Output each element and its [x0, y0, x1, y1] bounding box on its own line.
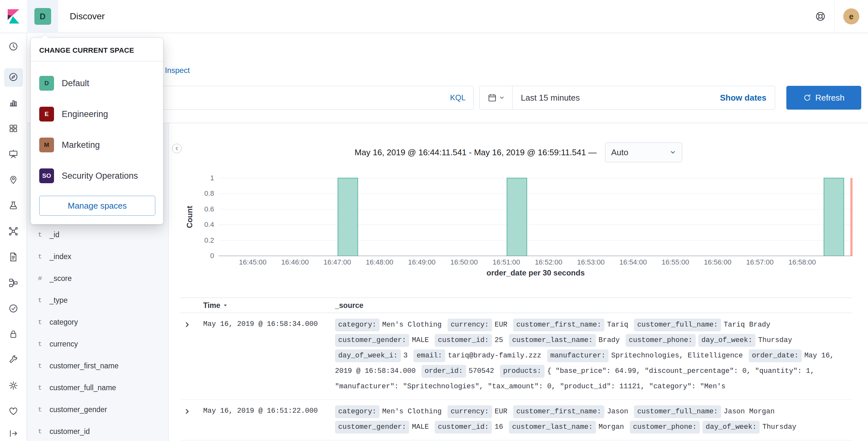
map-pin-icon	[8, 175, 19, 186]
field-item-_score[interactable]: #_score	[27, 267, 168, 289]
nav-infrastructure[interactable]	[4, 222, 23, 241]
field-value: MALE	[412, 423, 429, 431]
datepicker-calendar-button[interactable]	[479, 86, 513, 109]
gear-icon	[8, 380, 19, 392]
nav-maps[interactable]	[4, 171, 23, 190]
nav-canvas[interactable]	[4, 145, 23, 164]
show-dates-button[interactable]: Show dates	[720, 93, 775, 103]
field-value: Thursday	[758, 336, 792, 344]
field-badge: day_of_week_i:	[335, 349, 401, 362]
manage-spaces-button[interactable]: Manage spaces	[39, 196, 155, 216]
field-item-category[interactable]: tcategory	[27, 311, 168, 333]
time-column-header[interactable]: Time	[194, 301, 329, 310]
app-nav	[0, 33, 27, 441]
nav-visualize[interactable]	[4, 94, 23, 113]
field-value: Tariq Brady	[724, 321, 770, 329]
space-option-engineering[interactable]: EEngineering	[31, 99, 163, 129]
compass-icon	[8, 72, 19, 83]
field-item-customer_id[interactable]: tcustomer_id	[27, 420, 168, 441]
grid-icon	[8, 123, 19, 135]
chevron-right-icon	[184, 408, 191, 415]
field-item-customer_first_name[interactable]: tcustomer_first_name	[27, 355, 168, 377]
popover-title: CHANGE CURRENT SPACE	[31, 38, 163, 61]
field-item-customer_gender[interactable]: tcustomer_gender	[27, 399, 168, 420]
kibana-logo[interactable]	[0, 0, 27, 33]
nav-collapse[interactable]	[4, 424, 23, 441]
field-name: _type	[50, 296, 67, 305]
chevron-left-icon	[175, 146, 179, 151]
field-name: _score	[50, 274, 72, 283]
field-type-icon: t	[38, 253, 47, 260]
nav-dashboard[interactable]	[4, 120, 23, 138]
kql-language-button[interactable]: KQL	[450, 93, 465, 102]
field-name: customer_first_name	[50, 361, 119, 370]
histogram-header: May 16, 2019 @ 16:44:11.541 - May 16, 20…	[169, 143, 868, 162]
svg-text:16:55:00: 16:55:00	[661, 258, 689, 266]
avatar-wrap: e	[835, 8, 868, 25]
field-item-customer_full_name[interactable]: tcustomer_full_name	[27, 377, 168, 399]
field-name: currency	[50, 340, 78, 348]
doc-source: category:Men's Clothingcurrency:EURcusto…	[329, 404, 852, 435]
field-value: Jason Morgan	[724, 408, 774, 416]
field-item-_id[interactable]: t_id	[27, 224, 168, 246]
field-badge: order_date:	[749, 349, 802, 362]
space-switcher-button[interactable]: D	[34, 8, 51, 25]
space-name: Default	[62, 78, 89, 88]
field-item-_type[interactable]: t_type	[27, 289, 168, 311]
space-option-default[interactable]: DDefault	[31, 68, 163, 99]
expand-row-button[interactable]	[180, 404, 194, 435]
nav-stack-management[interactable]	[4, 377, 23, 396]
field-type-icon: t	[38, 406, 47, 413]
change-space-popover: CHANGE CURRENT SPACE DDefaultEEngineerin…	[31, 38, 163, 224]
space-avatar: D	[39, 76, 54, 91]
field-type-icon: #	[38, 275, 47, 282]
field-value: 570542	[469, 367, 494, 375]
nav-logs[interactable]	[4, 248, 23, 267]
nav-siem[interactable]	[4, 325, 23, 344]
chevron-right-icon	[184, 321, 191, 328]
field-item-currency[interactable]: tcurrency	[27, 333, 168, 355]
field-item-_index[interactable]: t_index	[27, 246, 168, 267]
space-option-marketing[interactable]: MMarketing	[31, 129, 163, 160]
field-badge: customer_full_name:	[634, 405, 721, 418]
nav-machine-learning[interactable]	[4, 197, 23, 215]
nav-dev-tools[interactable]	[4, 351, 23, 370]
svg-text:16:53:00: 16:53:00	[577, 258, 605, 266]
field-name: customer_id	[50, 427, 90, 436]
time-range-value[interactable]: Last 15 minutes	[513, 93, 720, 103]
interval-select[interactable]: Auto	[605, 143, 682, 162]
svg-text:Count: Count	[185, 206, 194, 228]
nav-monitoring[interactable]	[4, 403, 23, 421]
field-value: MALE	[412, 336, 429, 344]
svg-text:16:50:00: 16:50:00	[451, 258, 478, 266]
svg-text:16:48:00: 16:48:00	[366, 258, 394, 266]
collapse-histogram-button[interactable]	[172, 144, 182, 153]
field-name: customer_full_name	[50, 383, 116, 392]
field-value: tariq@brady-family.zzz	[448, 352, 541, 360]
space-avatar: M	[39, 137, 54, 152]
user-avatar[interactable]: e	[843, 8, 859, 25]
help-icon[interactable]	[807, 10, 834, 22]
bar-chart-icon	[8, 97, 19, 109]
nav-discover[interactable]	[4, 68, 23, 87]
doc-time: May 16, 2019 @ 16:58:34.000	[194, 317, 329, 395]
nav-apm[interactable]	[4, 274, 23, 292]
nav-recently-viewed[interactable]	[4, 38, 23, 56]
field-type-icon: t	[38, 297, 47, 304]
svg-text:16:49:00: 16:49:00	[408, 258, 436, 266]
wrench-icon	[8, 354, 19, 366]
field-badge: email:	[413, 349, 445, 362]
doc-time: May 16, 2019 @ 16:51:22.000	[194, 404, 329, 435]
histogram-chart[interactable]: 00.20.40.60.8116:45:0016:46:0016:47:0016…	[169, 164, 868, 280]
field-value: 3	[403, 352, 408, 360]
space-selector-area: D	[27, 0, 58, 33]
field-badge: currency:	[447, 318, 492, 332]
svg-text:0.4: 0.4	[204, 220, 214, 228]
toolbar-link-inspect[interactable]: Inspect	[165, 66, 190, 75]
svg-text:16:57:00: 16:57:00	[746, 258, 774, 266]
expand-row-button[interactable]	[180, 317, 194, 395]
refresh-button[interactable]: Refresh	[786, 86, 861, 109]
space-option-security-operations[interactable]: SOSecurity Operations	[31, 160, 163, 191]
nav-uptime[interactable]	[4, 300, 23, 318]
field-badge: customer_phone:	[626, 334, 696, 347]
